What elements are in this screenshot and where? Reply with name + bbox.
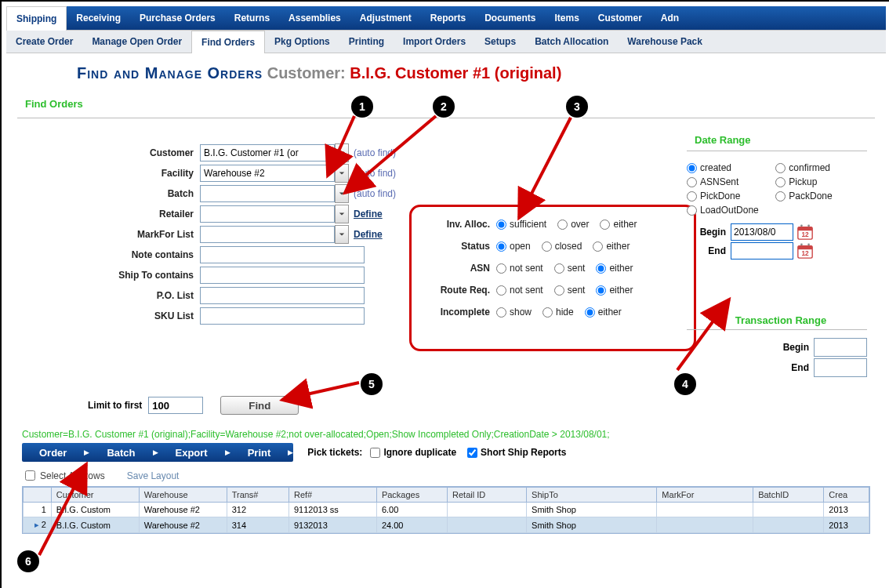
chk-short-ship-reports[interactable]: Short Ship Reports [467,447,566,458]
col-packages[interactable]: Packages [376,488,447,503]
link-save-layout[interactable]: Save Layout [127,470,180,481]
col-created[interactable]: Crea [824,488,869,503]
col-trans[interactable]: Trans# [227,488,288,503]
radio-packdone[interactable]: PackDone [775,191,862,201]
col-markfor[interactable]: MarkFor [657,488,753,503]
col-retail[interactable]: Retail ID [448,488,527,503]
col-ref[interactable]: Ref# [288,488,376,503]
tab-admin[interactable]: Adn [651,6,688,30]
svg-text:12: 12 [801,250,809,257]
radio-asnsent[interactable]: ASNSent [687,176,773,187]
radio-pickup[interactable]: Pickup [775,176,862,187]
dropdown-markfor-icon[interactable] [335,225,349,244]
lbl-end-date: End [687,245,731,256]
dropdown-batch-icon[interactable] [335,184,349,203]
radio-invalloc-over[interactable]: over [557,219,589,230]
svg-point-7 [800,243,803,245]
input-facility[interactable] [200,165,335,182]
radio-incomplete-either[interactable]: either [585,307,622,318]
input-polist[interactable] [200,287,365,304]
radio-pickdone[interactable]: PickDone [687,191,773,201]
filter-summary: Customer=B.I.G. Customer #1 (original);F… [22,429,875,440]
tab-documents[interactable]: Documents [475,6,545,30]
radio-status-open[interactable]: open [496,241,531,252]
tab-purchase-orders[interactable]: Purchase Orders [130,6,225,30]
dropdown-customer-icon[interactable] [335,143,349,162]
radio-invalloc-either[interactable]: either [600,219,637,230]
input-batch[interactable] [200,185,335,202]
action-print[interactable]: Print [230,447,288,459]
chk-select-all[interactable] [25,470,35,481]
action-batch[interactable]: Batch [89,447,152,459]
radio-routereq-either[interactable]: either [596,285,633,296]
dropdown-retailer-icon[interactable] [335,205,349,223]
sub-setups[interactable]: Setups [475,31,525,53]
col-rownum[interactable] [24,488,52,503]
col-warehouse[interactable]: Warehouse [139,488,227,503]
tab-adjustment[interactable]: Adjustment [350,6,421,30]
action-order[interactable]: Order [22,447,84,459]
input-end-date[interactable] [731,242,793,260]
lbl-markfor: MarkFor List [17,229,200,240]
col-customer[interactable]: Customer [51,488,139,503]
sub-manage-open-order[interactable]: Manage Open Order [82,31,191,53]
radio-incomplete-hide[interactable]: hide [542,307,574,318]
autofind-facility: (auto find) [349,168,396,179]
col-shipto[interactable]: ShipTo [527,488,657,503]
dropdown-facility-icon[interactable] [335,164,349,183]
define-retailer[interactable]: Define [349,209,383,220]
input-trans-end[interactable] [814,358,867,377]
radio-asn-notsent[interactable]: not sent [496,263,543,274]
tab-returns[interactable]: Returns [225,6,279,30]
radio-created[interactable]: created [687,162,773,173]
input-retailer[interactable] [200,205,335,223]
chk-ignore-duplicate[interactable]: Ignore duplicate [370,447,456,458]
radio-routereq-sent[interactable]: sent [554,285,586,296]
radio-asn-sent[interactable]: sent [554,263,586,274]
define-markfor[interactable]: Define [349,229,383,240]
sub-printing[interactable]: Printing [339,31,394,53]
input-skulist[interactable] [200,307,365,325]
radio-status-either[interactable]: either [593,241,630,252]
input-limit[interactable] [148,397,203,414]
radio-confirmed[interactable]: confirmed [775,162,862,173]
col-batchid[interactable]: BatchID [753,488,824,503]
lbl-shipto: Ship To contains [17,270,200,281]
sub-warehouse-pack[interactable]: Warehouse Pack [618,31,712,53]
input-customer[interactable] [200,144,335,162]
radio-loadoutdone[interactable]: LoadOutDone [687,205,773,216]
svg-rect-6 [798,246,812,250]
table-row[interactable]: 1 B.I.G. Custom Warehouse #2 312 9112013… [24,503,869,517]
input-note[interactable] [200,246,365,263]
find-button[interactable]: Find [220,396,299,415]
lbl-facility: Facility [17,168,200,179]
calendar-begin-icon[interactable]: 12 [796,223,814,241]
tab-items[interactable]: Items [545,6,588,30]
tab-customer[interactable]: Customer [589,6,651,30]
tab-receiving[interactable]: Receiving [67,6,130,30]
input-shipto[interactable] [200,267,365,284]
results-grid: Customer Warehouse Trans# Ref# Packages … [22,486,870,534]
lbl-asn: ASN [419,263,496,274]
sub-pkg-options[interactable]: Pkg Options [265,31,339,53]
radio-asn-either[interactable]: either [596,263,633,274]
sub-find-orders[interactable]: Find Orders [191,31,265,53]
radio-status-closed[interactable]: closed [542,241,582,252]
calendar-end-icon[interactable]: 12 [796,242,814,260]
tab-assemblies[interactable]: Assemblies [279,6,350,30]
tab-reports[interactable]: Reports [421,6,475,30]
input-begin-date[interactable] [731,223,793,241]
input-trans-begin[interactable] [814,338,867,357]
tab-shipping[interactable]: Shipping [6,6,67,31]
input-markfor[interactable] [200,226,335,243]
sub-create-order[interactable]: Create Order [6,31,82,53]
radio-routereq-notsent[interactable]: not sent [496,285,543,296]
action-export[interactable]: Export [158,447,225,459]
radio-incomplete-show[interactable]: show [496,307,532,318]
autofind-batch: (auto find) [349,188,396,199]
transaction-range-legend: Transaction Range [695,314,867,326]
radio-invalloc-sufficient[interactable]: sufficient [496,219,546,230]
sub-batch-allocation[interactable]: Batch Allocation [525,31,618,53]
sub-import-orders[interactable]: Import Orders [394,31,475,53]
table-row[interactable]: ▸ 2 B.I.G. Custom Warehouse #2 314 91320… [24,517,869,533]
